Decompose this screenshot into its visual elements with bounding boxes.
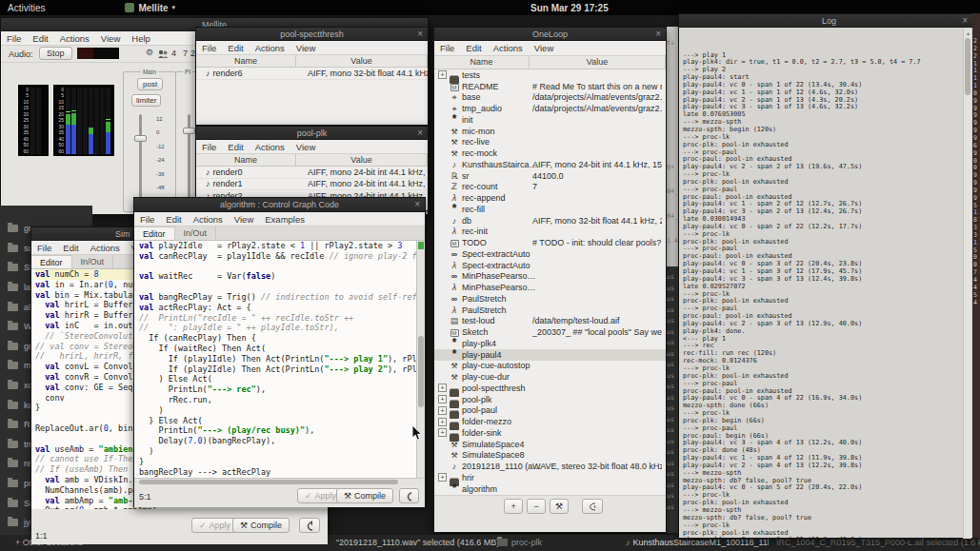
menu-item[interactable]: Actions <box>488 43 529 53</box>
tab-editor[interactable]: Editor <box>31 255 72 268</box>
tree-row[interactable]: algorithm <box>434 483 666 495</box>
sim-compile-button[interactable]: ⚒Compile <box>232 518 290 533</box>
expander-icon[interactable] <box>438 428 447 437</box>
tree-row[interactable]: PaulStretch <box>434 305 666 316</box>
app-menu[interactable]: Mellite ▾ <box>125 3 175 13</box>
expander-icon[interactable] <box>438 216 447 225</box>
tree-row[interactable]: rec-live <box>434 137 666 148</box>
menu-item[interactable]: File <box>134 214 160 225</box>
tab-inout[interactable]: In/Out <box>175 226 217 240</box>
pool-spectthresh-titlebar[interactable]: pool-spectthresh× <box>196 28 428 41</box>
expander-icon[interactable] <box>438 82 447 90</box>
oneloop-titlebar[interactable]: OneLoop× <box>434 28 666 41</box>
secondary-volume-handle[interactable] <box>183 128 195 134</box>
menu-item[interactable]: Edit <box>57 243 84 253</box>
expander-icon[interactable] <box>438 115 447 124</box>
limiter-button[interactable]: limiter <box>131 94 161 107</box>
tree-row[interactable]: 20191218_1110 (a… WAVE, stereo 32-bit fl… <box>434 461 666 472</box>
sim-apply-button[interactable]: ✓Apply <box>191 518 238 533</box>
menu-item[interactable]: Edit <box>460 43 487 53</box>
menu-item[interactable]: Edit <box>222 43 249 53</box>
expander-icon[interactable] <box>438 261 447 269</box>
tab-editor[interactable]: Editor <box>134 226 175 240</box>
algorithm-code-editor[interactable]: val play2Idle = rPlay2.state < 1 || rPla… <box>134 241 425 478</box>
column-value[interactable]: Value <box>296 55 428 67</box>
close-icon[interactable]: × <box>414 198 420 210</box>
tree-row[interactable]: play-paul4 <box>434 349 666 361</box>
column-value[interactable]: Value <box>296 154 428 166</box>
menu-item[interactable]: File <box>196 43 222 53</box>
menu-item[interactable]: Actions <box>188 214 229 225</box>
expander-icon[interactable] <box>438 317 447 325</box>
expander-icon[interactable] <box>438 227 447 236</box>
tree-row[interactable]: rec-mock <box>434 148 666 159</box>
view-button[interactable] <box>582 499 603 514</box>
pool-plk-titlebar[interactable]: pool-plk× <box>196 127 428 140</box>
tree-row[interactable]: mic-mon <box>434 126 666 137</box>
expander-icon[interactable] <box>438 418 447 426</box>
tree-row[interactable]: db AIFF, mono 32-bit float 44.1 kHz, 2:… <box>434 215 666 226</box>
menu-item[interactable]: View <box>529 43 559 53</box>
tree-row[interactable]: sr 44100.0 <box>434 170 666 182</box>
tree-row[interactable]: play-cue-autostop <box>434 361 666 372</box>
column-name[interactable]: Name <box>196 154 296 166</box>
tree-row[interactable]: SimulateSpace8 <box>434 450 666 462</box>
table-row[interactable]: ♪render6 AIFF, mono 32-bit float 44.1 kH… <box>196 68 428 80</box>
menu-item[interactable]: View <box>290 142 321 152</box>
expander-icon[interactable] <box>438 350 447 359</box>
tree-row[interactable]: TODO # TODO - init: should clear pools? … <box>434 237 666 248</box>
expander-icon[interactable] <box>438 328 447 337</box>
scrollbar-thumb[interactable] <box>418 336 424 407</box>
menu-item[interactable]: Edit <box>222 142 249 152</box>
expander-icon[interactable] <box>438 384 447 392</box>
tree-row[interactable]: pool-plk <box>434 394 666 405</box>
expander-icon[interactable] <box>438 171 447 180</box>
expander-icon[interactable] <box>438 194 447 203</box>
algorithm-hscrollbar[interactable] <box>134 478 425 485</box>
activities-button[interactable]: Activities <box>8 3 45 13</box>
scroll-up-icon[interactable]: ▲ <box>966 30 970 36</box>
menu-item[interactable]: File <box>196 142 222 152</box>
expander-icon[interactable] <box>438 105 447 113</box>
column-value[interactable]: Value <box>530 56 666 69</box>
tree-row[interactable]: pool-paul <box>434 405 666 417</box>
expander-icon[interactable] <box>438 70 447 79</box>
expander-icon[interactable] <box>438 484 447 493</box>
tree-row[interactable]: Spect-extractAuto <box>434 248 666 260</box>
expander-icon[interactable] <box>438 183 447 191</box>
expander-icon[interactable] <box>438 462 447 471</box>
expander-icon[interactable] <box>438 249 447 258</box>
close-icon[interactable]: × <box>962 14 968 27</box>
menu-item[interactable]: Edit <box>160 214 187 225</box>
menu-item[interactable]: Actions <box>250 142 290 152</box>
close-icon[interactable]: × <box>417 28 423 40</box>
post-button[interactable]: post <box>137 78 163 90</box>
expander-icon[interactable] <box>438 451 447 460</box>
table-row[interactable]: ♪render1 AIFF, mono 24-bit int 44.1 kHz,… <box>196 179 428 191</box>
expander-icon[interactable] <box>438 239 447 247</box>
tree-row[interactable]: rec-fill <box>434 204 666 215</box>
tree-row[interactable]: hrir <box>434 472 666 483</box>
expander-icon[interactable] <box>438 305 447 314</box>
expander-icon[interactable] <box>438 149 447 158</box>
expander-icon[interactable] <box>438 440 447 448</box>
tree-row[interactable]: play-cue-dur <box>434 371 666 383</box>
expander-icon[interactable] <box>438 138 447 147</box>
tree-row[interactable]: MinPhasePearso… <box>434 271 666 283</box>
scrollbar-thumb[interactable] <box>965 38 970 95</box>
tree-row[interactable]: PaulStretch <box>434 293 666 305</box>
taskbar-item-proc-plk[interactable]: proc-plk <box>497 538 542 547</box>
tree-row[interactable]: tests <box>434 69 666 81</box>
expander-icon[interactable] <box>438 406 447 415</box>
log-output[interactable]: ---> play 1play-plk4: dir = true, t1 = 0… <box>679 28 979 538</box>
menu-item[interactable]: File <box>434 43 460 53</box>
audio-stop-button[interactable]: Stop <box>39 47 72 60</box>
log-vscrollbar[interactable]: ▲ <box>963 29 971 539</box>
expander-icon[interactable] <box>438 362 447 370</box>
tree-row[interactable]: rec-init <box>434 226 666 238</box>
close-icon[interactable]: × <box>655 28 661 40</box>
menu-item[interactable]: Help <box>126 33 156 44</box>
menu-item[interactable]: File <box>1 33 27 44</box>
expander-icon[interactable] <box>438 395 447 403</box>
tree-row[interactable]: README # Read Me To start this on a new … <box>434 81 666 92</box>
